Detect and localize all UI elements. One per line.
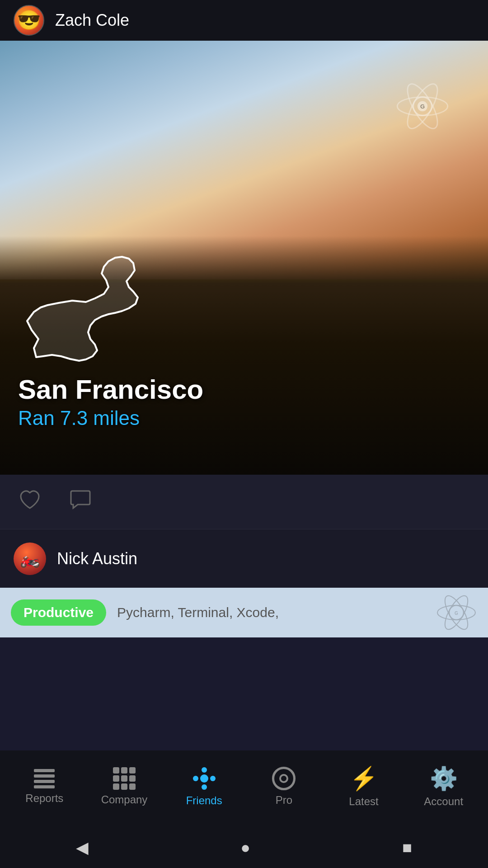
pro-label: Pro [276, 794, 292, 807]
location-overlay: San Francisco Ran 7.3 miles [18, 374, 203, 429]
actions-row [0, 475, 488, 529]
nav-item-account[interactable]: ⚙️ Account [404, 765, 483, 808]
like-button[interactable] [18, 487, 42, 516]
svg-text:G: G [455, 611, 458, 616]
hero-area: G San Francisco Ran 7.3 miles [0, 41, 488, 475]
productive-badge: Productive [11, 599, 106, 626]
nav-item-latest[interactable]: ⚡ Latest [324, 765, 404, 808]
nav-item-company[interactable]: Company [84, 767, 164, 806]
productive-garmin-logo: G [434, 590, 479, 635]
nav-item-reports[interactable]: Reports [5, 769, 84, 805]
second-user-name: Nick Austin [57, 549, 137, 568]
productive-apps-text: Pycharm, Terminal, Xcode, [117, 605, 477, 620]
account-label: Account [424, 795, 463, 808]
activity-text: Ran 7.3 miles [18, 407, 203, 429]
avatar-image: 😎 [17, 11, 41, 30]
home-button[interactable]: ● [240, 838, 250, 857]
latest-label: Latest [349, 795, 378, 808]
city-name: San Francisco [18, 374, 203, 405]
pro-icon [272, 767, 296, 790]
reports-icon [34, 769, 55, 788]
recents-button[interactable]: ■ [402, 838, 412, 857]
bottom-nav: Reports Company Friends Pro ⚡ Latest [0, 750, 488, 827]
back-button[interactable]: ◀ [76, 838, 89, 857]
company-label: Company [101, 793, 148, 806]
company-icon [113, 767, 136, 790]
route-map [9, 231, 172, 384]
header-username: Zach Cole [55, 11, 129, 30]
second-user-row[interactable]: 🏍️ Nick Austin [0, 529, 488, 588]
comment-button[interactable] [69, 487, 92, 516]
garmin-logo: G [393, 77, 452, 136]
system-nav: ◀ ● ■ [0, 827, 488, 868]
reports-label: Reports [25, 792, 63, 805]
svg-text:G: G [420, 103, 425, 110]
friends-icon [192, 766, 216, 791]
account-icon: ⚙️ [430, 765, 458, 792]
friends-label: Friends [186, 794, 222, 807]
second-avatar-image: 🏍️ [20, 549, 40, 568]
second-user-avatar: 🏍️ [14, 542, 46, 575]
nav-item-friends[interactable]: Friends [164, 766, 244, 807]
productive-card[interactable]: Productive Pycharm, Terminal, Xcode, G [0, 588, 488, 637]
latest-icon: ⚡ [350, 765, 378, 792]
header: 😎 Zach Cole [0, 0, 488, 41]
user-avatar[interactable]: 😎 [14, 5, 44, 36]
nav-item-pro[interactable]: Pro [244, 767, 324, 807]
